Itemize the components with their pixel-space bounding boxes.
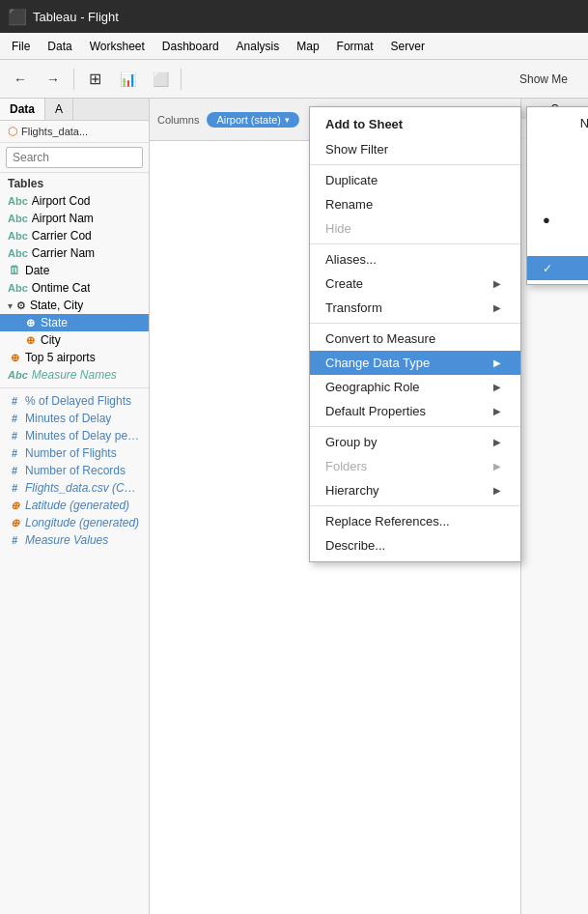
ctx-duplicate[interactable]: Duplicate <box>310 168 520 192</box>
ctx-aliases[interactable]: Aliases... <box>310 247 520 271</box>
ctx-geographic-role[interactable]: Geographic Role ▶ <box>310 375 520 399</box>
ctx-replace-references[interactable]: Replace References... <box>310 509 520 533</box>
field-latitude[interactable]: ⊕ Latitude (generated) <box>0 497 149 514</box>
field-label: Minutes of Delay <box>25 412 111 425</box>
ctx-hierarchy[interactable]: Hierarchy ▶ <box>310 478 520 502</box>
toolbar-divider-1 <box>73 69 74 90</box>
field-label: Top 5 airports <box>25 351 96 364</box>
field-icon-hash-italic: # <box>8 482 21 494</box>
field-label: Measure Names <box>32 368 117 382</box>
field-label: Longitude (generated) <box>25 516 139 529</box>
ctx-add-to-sheet[interactable]: Add to Sheet <box>310 111 520 137</box>
ctx-group-by[interactable]: Group by ▶ <box>310 430 520 454</box>
field-top5-airports[interactable]: ⊕ Top 5 airports <box>0 349 149 366</box>
tables-label: Tables <box>0 173 149 192</box>
field-longitude[interactable]: ⊕ Longitude (generated) <box>0 514 149 531</box>
menu-dashboard[interactable]: Dashboard <box>154 38 227 55</box>
ctx-default[interactable]: ✓ Default <box>527 256 588 280</box>
field-state[interactable]: ⊕ State <box>0 314 149 331</box>
ctx-change-data-type[interactable]: Change Data Type ▶ <box>310 351 520 375</box>
ctx-date[interactable]: Date <box>527 184 588 208</box>
menu-format[interactable]: Format <box>329 38 381 55</box>
field-minutes-delay-per-flight[interactable]: # Minutes of Delay per Flight <box>0 427 149 444</box>
field-icon-geo-italic: ⊕ <box>8 500 21 512</box>
submenu-arrow-change-data-type: ▶ <box>493 357 501 368</box>
ctx-show-filter[interactable]: Show Filter <box>310 137 520 161</box>
field-label: Carrier Cod <box>32 229 92 243</box>
data-source[interactable]: ⬡ Flights_data... <box>0 121 149 143</box>
menu-worksheet[interactable]: Worksheet <box>82 38 153 55</box>
ctx-boolean[interactable]: Boolean <box>527 232 588 256</box>
toolbar-divider-2 <box>181 69 182 90</box>
ctx-convert-to-measure[interactable]: Convert to Measure <box>310 327 520 351</box>
panel-tabs: Data A <box>0 99 149 121</box>
field-icon-hash: # <box>8 413 21 424</box>
field-icon-abc: Abc <box>8 195 28 207</box>
field-num-records[interactable]: # Number of Records <box>0 462 149 479</box>
field-icon-abc: Abc <box>8 282 28 294</box>
toolbar-back-btn[interactable]: ← <box>6 66 35 93</box>
field-icon-abc: Abc <box>8 213 28 224</box>
search-box <box>0 143 149 173</box>
tab-analytics[interactable]: A <box>45 99 73 120</box>
field-measure-values[interactable]: # Measure Values <box>0 531 149 549</box>
menu-file[interactable]: File <box>4 38 38 55</box>
field-label: City <box>41 333 61 347</box>
app-icon: ⬛ <box>8 8 27 26</box>
field-icon-abc: Abc <box>8 230 28 242</box>
toolbar-show-me-btn[interactable]: Show Me <box>505 66 582 93</box>
ctx-sep-2 <box>310 243 520 244</box>
field-icon-hash: # <box>8 395 21 407</box>
field-icon-hash: # <box>8 430 21 442</box>
ctx-transform[interactable]: Transform ▶ <box>310 296 520 320</box>
ctx-create[interactable]: Create ▶ <box>310 271 520 296</box>
field-label: Number of Flights <box>25 446 117 460</box>
field-carrier-name[interactable]: Abc Carrier Nam <box>0 244 149 262</box>
ctx-string[interactable]: ● String <box>527 208 588 232</box>
field-label: Date <box>25 264 49 277</box>
field-city[interactable]: ⊕ City <box>0 331 149 349</box>
ctx-folders: Folders ▶ <box>310 454 520 478</box>
field-ontime-cat[interactable]: Abc Ontime Cat <box>0 279 149 297</box>
ctx-number-decimal[interactable]: Number (decimal) <box>527 111 588 135</box>
menu-server[interactable]: Server <box>383 38 433 55</box>
field-label: % of Delayed Flights <box>25 394 131 408</box>
field-measure-names[interactable]: Abc Measure Names <box>0 366 149 384</box>
tab-data[interactable]: Data <box>0 99 45 120</box>
ctx-default-properties[interactable]: Default Properties ▶ <box>310 399 520 423</box>
menu-data[interactable]: Data <box>40 38 79 55</box>
menu-analysis[interactable]: Analysis <box>229 38 288 55</box>
field-num-flights[interactable]: # Number of Flights <box>0 444 149 462</box>
main-layout: Data A ⬡ Flights_data... Tables Abc Airp… <box>0 99 588 914</box>
field-carrier-code[interactable]: Abc Carrier Cod <box>0 227 149 244</box>
field-icon-hash: # <box>8 465 21 476</box>
field-label: Ontime Cat <box>32 281 91 295</box>
toolbar-forward-btn[interactable]: → <box>39 66 68 93</box>
field-pct-delayed[interactable]: # % of Delayed Flights <box>0 392 149 410</box>
search-input[interactable] <box>6 147 143 168</box>
field-flights-count[interactable]: # Flights_data.csv (Count) <box>0 479 149 497</box>
field-date[interactable]: 🗓 Date <box>0 262 149 279</box>
menu-map[interactable]: Map <box>289 38 326 55</box>
field-label: Airport Nam <box>32 212 94 225</box>
ctx-number-whole[interactable]: Number (whole) <box>527 135 588 159</box>
ctx-date-time[interactable]: Date & Time <box>527 159 588 184</box>
field-icon-hash-italic: # <box>8 534 21 546</box>
ctx-sep-4 <box>310 426 520 427</box>
field-airport-code[interactable]: Abc Airport Cod <box>0 192 149 210</box>
field-icon-geo-italic: ⊕ <box>8 517 21 529</box>
ctx-rename[interactable]: Rename <box>310 192 520 216</box>
field-state-city-group[interactable]: ▾ ⚙ State, City <box>0 297 149 314</box>
left-panel: Data A ⬡ Flights_data... Tables Abc Airp… <box>0 99 150 914</box>
toolbar-data-btn[interactable]: ⬜ <box>146 66 175 93</box>
field-label: Number of Records <box>25 464 126 477</box>
right-area: Columns Airport (state) ▾ Avg. Minutes o… <box>150 99 588 914</box>
toolbar-new-sheet-btn[interactable]: ⊞ <box>80 66 109 93</box>
field-minutes-delay[interactable]: # Minutes of Delay <box>0 410 149 427</box>
field-label: Flights_data.csv (Count) <box>25 481 141 495</box>
field-airport-name[interactable]: Abc Airport Nam <box>0 210 149 227</box>
submenu-arrow-hierarchy: ▶ <box>493 485 501 496</box>
field-label: State <box>41 316 68 329</box>
ctx-describe[interactable]: Describe... <box>310 533 520 557</box>
toolbar-chart-btn[interactable]: 📊 <box>113 66 142 93</box>
